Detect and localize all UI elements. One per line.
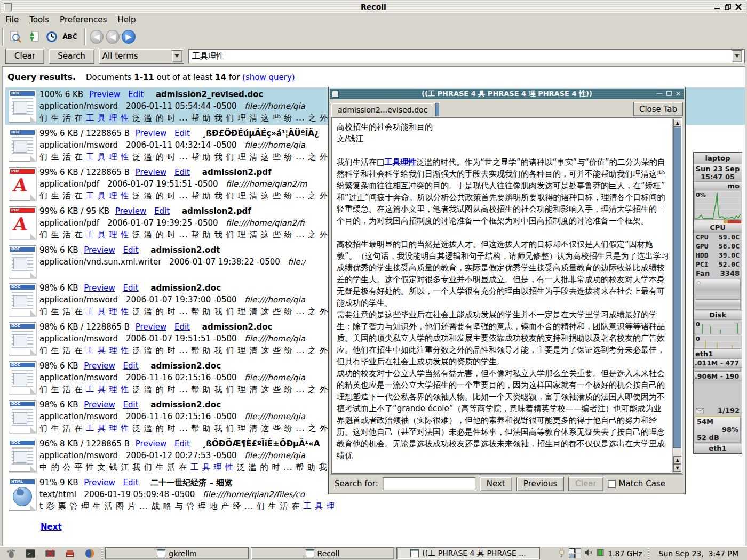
- file-type-icon[interactable]: DOC: [9, 400, 36, 433]
- preview-link[interactable]: Preview: [89, 90, 120, 99]
- terminal-launcher-icon[interactable]: >_: [25, 548, 36, 559]
- menu-item-preferences[interactable]: Preferences: [60, 15, 107, 25]
- result-line2: application/msword 2006-11-16 02:15:16 -…: [39, 372, 340, 383]
- result-date: 2006-01-07 19:51:51 -0500: [126, 334, 237, 343]
- menu-item-help[interactable]: Help: [117, 15, 136, 25]
- file-type-icon[interactable]: DOC: [9, 245, 36, 278]
- preview-tab[interactable]: admission2...evised.doc: [331, 103, 434, 116]
- taskbar-button-recoll[interactable]: Recoll: [251, 547, 394, 559]
- edit-link[interactable]: Edit: [123, 400, 139, 410]
- keyboard-kill-icon[interactable]: [45, 548, 55, 559]
- preview-link[interactable]: Preview: [136, 322, 166, 332]
- firefox-launcher-icon[interactable]: [84, 548, 95, 559]
- find-next-button[interactable]: Next: [480, 477, 512, 491]
- edit-link[interactable]: Edit: [123, 245, 139, 255]
- first-page-icon[interactable]: ◀: [90, 30, 104, 44]
- tab-accent: [435, 103, 439, 116]
- file-type-icon[interactable]: PDF A: [9, 167, 36, 201]
- next-page-icon[interactable]: ▶: [122, 30, 136, 44]
- scroll-up-icon[interactable]: ▲: [673, 119, 681, 127]
- preview-link[interactable]: Preview: [84, 361, 115, 371]
- query-history-arrow-icon[interactable]: [732, 50, 742, 62]
- workspace-pager[interactable]: [569, 548, 581, 558]
- next-results-link[interactable]: Next: [41, 522, 62, 532]
- disk-chart-1[interactable]: 0: [694, 321, 741, 334]
- find-clear-button[interactable]: Clear: [568, 477, 603, 491]
- menu-item-file[interactable]: File: [5, 15, 19, 25]
- taskbar-handle[interactable]: [101, 548, 103, 559]
- file-type-icon[interactable]: HTML: [9, 478, 36, 511]
- find-input[interactable]: [383, 477, 475, 490]
- sort-parameters-icon[interactable]: [26, 29, 42, 44]
- preview-titlebar[interactable]: ((工 PHRASE 4 具 PHRASE 4 理 PHRASE 4 性)) —…: [330, 89, 684, 99]
- taskbar-button-gkrellm[interactable]: gkrellm: [105, 547, 249, 559]
- scrollbar-thumb[interactable]: [673, 127, 681, 448]
- document-history-icon[interactable]: [44, 29, 60, 44]
- file-type-icon[interactable]: DOC: [9, 129, 36, 162]
- edit-link[interactable]: Edit: [174, 167, 190, 177]
- edit-link[interactable]: Edit: [174, 322, 190, 332]
- edit-link[interactable]: Edit: [123, 361, 139, 371]
- scroll-down-icon[interactable]: ▼: [673, 464, 681, 472]
- minimize-icon[interactable]: [714, 4, 720, 10]
- menu-item-tools[interactable]: Tools: [29, 15, 49, 25]
- show-query-link[interactable]: (show query): [242, 73, 295, 82]
- edit-link[interactable]: Edit: [123, 283, 139, 293]
- tray-handle[interactable]: [648, 548, 649, 559]
- file-type-icon[interactable]: DOC: [9, 322, 36, 355]
- search-mode-arrow-icon[interactable]: [172, 50, 182, 62]
- cpu-chart[interactable]: 0%: [694, 191, 741, 220]
- close-tab-button[interactable]: Close Tab: [633, 102, 683, 116]
- previous-page-icon[interactable]: ◀: [106, 30, 120, 44]
- edit-link[interactable]: Edit: [174, 439, 190, 449]
- gkrellm-panel[interactable]: laptop Sun 23 Sep 15:47 05 mo 0% CPU CPU…: [693, 152, 742, 454]
- result-filename: admission2_revised.doc: [156, 90, 264, 99]
- preview-link[interactable]: Preview: [84, 400, 115, 410]
- cpufreq-tray-icon[interactable]: [596, 548, 605, 558]
- result-date: 2006-01-12 00:27:53 -0500: [126, 451, 237, 460]
- main-titlebar[interactable]: Recoll: [1, 1, 746, 13]
- edit-link[interactable]: Edit: [128, 90, 144, 99]
- file-type-icon[interactable]: DOC: [9, 90, 36, 123]
- preview-text-area[interactable]: 高校招生的社会功能和目的 文/钱江 我们生活在□工具理性泛滥的时代。作为“世之显…: [331, 117, 682, 474]
- preview-link[interactable]: Preview: [84, 478, 115, 487]
- memory-meter[interactable]: 54M 98% 52 dB: [695, 416, 741, 443]
- term-explorer-icon[interactable]: ÅBĈ: [62, 29, 78, 44]
- edit-link[interactable]: Edit: [154, 206, 170, 216]
- preview-link[interactable]: Preview: [136, 167, 166, 177]
- taskbar-button-phrase4phrase[interactable]: ((工 PHRASE 4 具 PHRASE ...: [396, 547, 540, 559]
- preview-link[interactable]: Preview: [115, 206, 146, 216]
- preview-link[interactable]: Preview: [136, 439, 166, 449]
- match-case-checkbox[interactable]: [608, 480, 616, 488]
- search-button[interactable]: Search: [49, 49, 94, 64]
- volume-tray-icon[interactable]: [584, 549, 593, 558]
- file-type-icon[interactable]: DOC: [9, 283, 36, 316]
- edit-link[interactable]: Edit: [174, 129, 190, 138]
- disk-chart-2[interactable]: 0: [694, 335, 741, 349]
- file-type-icon[interactable]: DOC: [9, 439, 36, 472]
- mail-row[interactable]: 1/192: [694, 406, 742, 415]
- edit-link[interactable]: Edit: [123, 478, 139, 487]
- typewriter-launcher-icon[interactable]: [65, 548, 75, 559]
- clear-button[interactable]: Clear: [5, 49, 44, 64]
- preview-scrollbar[interactable]: ▲ ▲ ▼: [672, 118, 681, 473]
- temp-row-hdd: HDD39.0C: [694, 251, 742, 260]
- fan-meter-panel[interactable]: [695, 279, 741, 298]
- search-mode-select[interactable]: All terms: [99, 49, 184, 64]
- query-input[interactable]: 工具理性: [188, 49, 745, 63]
- restore-icon[interactable]: [725, 4, 731, 10]
- advanced-search-icon[interactable]: [7, 29, 23, 44]
- file-type-icon[interactable]: DOC: [9, 361, 36, 394]
- preview-maximize-icon[interactable]: [666, 90, 672, 98]
- file-type-icon[interactable]: PDF A: [9, 206, 36, 239]
- taskbar-clock[interactable]: Sun Sep 23, 3:47 PM: [655, 549, 744, 558]
- preview-minimize-icon[interactable]: —: [656, 90, 663, 98]
- preview-link[interactable]: Preview: [84, 283, 115, 293]
- gnome-menu-icon[interactable]: [5, 548, 16, 559]
- close-icon[interactable]: [735, 4, 742, 10]
- preview-close-icon[interactable]: ✕: [676, 90, 681, 98]
- find-previous-button[interactable]: Previous: [516, 477, 565, 491]
- preview-link[interactable]: Preview: [84, 245, 115, 255]
- preview-link[interactable]: Preview: [136, 129, 166, 138]
- power-plug-icon[interactable]: [558, 548, 566, 559]
